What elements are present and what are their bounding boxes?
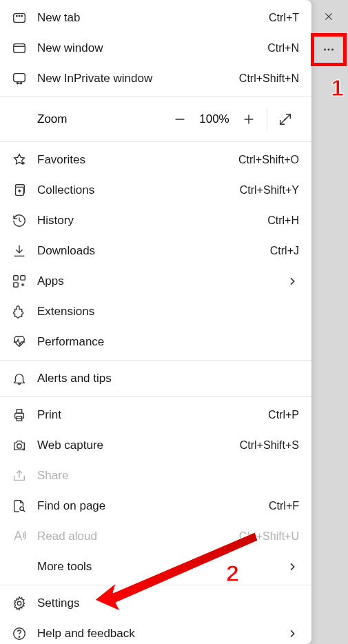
svg-point-38 (328, 49, 330, 51)
svg-rect-19 (14, 276, 18, 280)
menu-item-performance[interactable]: Performance (0, 327, 311, 357)
svg-rect-25 (17, 410, 21, 414)
menu-item-label: Downloads (37, 244, 270, 258)
heartbeat-icon (11, 334, 28, 350)
menu-item-shortcut: Ctrl+J (270, 245, 299, 257)
menu-item-label: Share (37, 469, 299, 483)
chevron-right-icon (285, 628, 299, 639)
menu-item-favorites[interactable]: Favorites Ctrl+Shift+O (0, 145, 311, 175)
annotation-number-1: 1 (331, 74, 344, 101)
svg-point-27 (17, 444, 21, 448)
menu-separator (0, 396, 311, 397)
blank-icon (11, 559, 28, 575)
menu-item-shortcut: Ctrl+Shift+U (239, 530, 299, 543)
bell-icon (11, 370, 28, 387)
chevron-right-icon (285, 561, 299, 572)
menu-item-label: Apps (37, 274, 285, 288)
menu-item-label: Favorites (37, 153, 238, 167)
help-icon (11, 625, 28, 642)
download-icon (11, 243, 28, 259)
menu-item-new-inprivate[interactable]: New InPrivate window Ctrl+Shift+N (0, 63, 311, 94)
fullscreen-button[interactable] (272, 105, 299, 133)
menu-item-shortcut: Ctrl+H (267, 214, 299, 227)
menu-item-label: Find on page (37, 499, 269, 513)
svg-line-30 (23, 510, 25, 512)
more-menu-button[interactable] (315, 37, 342, 62)
menu-item-shortcut: Ctrl+Shift+N (239, 72, 299, 85)
menu-separator (0, 97, 311, 97)
menu-item-alerts[interactable]: Alerts and tips (0, 363, 311, 394)
new-tab-icon (11, 10, 28, 26)
camera-icon (11, 437, 28, 454)
svg-point-37 (324, 49, 326, 51)
menu-item-label: Web capture (37, 439, 240, 452)
menu-item-new-window[interactable]: New window Ctrl+N (0, 33, 311, 63)
menu-separator (0, 585, 311, 585)
menu-item-extensions[interactable]: Extensions (0, 296, 311, 327)
puzzle-icon (11, 303, 28, 320)
menu-item-web-capture[interactable]: Web capture Ctrl+Shift+S (0, 430, 311, 461)
menu-item-label: Print (37, 408, 268, 422)
menu-item-label: New window (37, 41, 267, 55)
read-aloud-icon (11, 528, 28, 545)
svg-point-7 (17, 83, 18, 84)
svg-rect-21 (14, 283, 18, 287)
search-page-icon (11, 498, 28, 514)
zoom-value: 100% (194, 112, 235, 126)
menu-item-settings[interactable]: Settings (0, 588, 311, 618)
close-button[interactable] (315, 4, 342, 29)
menu-item-label: More tools (37, 560, 285, 574)
menu-item-label: Settings (37, 596, 299, 610)
menu-item-shortcut: Ctrl+Shift+O (238, 154, 299, 166)
gear-icon (11, 595, 28, 612)
menu-separator (0, 360, 311, 361)
menu-item-label: Read aloud (37, 530, 239, 543)
zoom-in-button[interactable] (235, 105, 263, 133)
menu-item-label: Extensions (37, 305, 299, 319)
menu-item-shortcut: Ctrl+P (268, 409, 299, 421)
svg-point-32 (17, 601, 21, 605)
zoom-divider (267, 108, 267, 130)
menu-item-label: History (37, 214, 267, 228)
svg-point-3 (21, 16, 22, 17)
apps-icon (11, 273, 28, 290)
menu-item-read-aloud: Read aloud Ctrl+Shift+U (0, 521, 311, 552)
menu-item-more-tools[interactable]: More tools (0, 552, 311, 582)
svg-point-29 (20, 507, 23, 511)
share-icon (11, 467, 28, 484)
menu-item-label: Alerts and tips (37, 372, 299, 385)
print-icon (11, 407, 28, 423)
collections-icon (11, 182, 28, 199)
menu-item-shortcut: Ctrl+F (269, 500, 299, 512)
menu-item-label: Collections (37, 183, 240, 197)
browser-main-menu: New tab Ctrl+T New window Ctrl+N New InP… (0, 0, 311, 644)
svg-rect-6 (14, 74, 25, 82)
svg-rect-0 (14, 14, 25, 23)
menu-item-label: New tab (37, 11, 269, 25)
menu-item-print[interactable]: Print Ctrl+P (0, 400, 311, 430)
menu-item-help[interactable]: Help and feedback (0, 618, 311, 644)
menu-item-label: Help and feedback (37, 627, 285, 641)
inprivate-icon (11, 70, 28, 87)
menu-item-apps[interactable]: Apps (0, 266, 311, 296)
menu-item-new-tab[interactable]: New tab Ctrl+T (0, 3, 311, 33)
menu-separator (0, 141, 311, 142)
svg-point-39 (331, 49, 334, 51)
svg-point-8 (21, 83, 22, 84)
svg-rect-4 (14, 44, 25, 53)
svg-rect-20 (21, 276, 25, 280)
history-icon (11, 212, 28, 229)
menu-item-history[interactable]: History Ctrl+H (0, 205, 311, 236)
menu-item-shortcut: Ctrl+N (267, 42, 299, 54)
chevron-right-icon (285, 276, 299, 287)
new-window-icon (11, 40, 28, 57)
menu-item-label: New InPrivate window (37, 72, 239, 85)
zoom-label: Zoom (37, 112, 166, 126)
svg-point-34 (19, 636, 19, 637)
zoom-out-button[interactable] (166, 105, 194, 133)
zoom-row: Zoom 100% (0, 100, 311, 139)
menu-item-collections[interactable]: Collections Ctrl+Shift+Y (0, 175, 311, 205)
menu-item-find[interactable]: Find on page Ctrl+F (0, 491, 311, 521)
menu-item-downloads[interactable]: Downloads Ctrl+J (0, 236, 311, 266)
menu-item-shortcut: Ctrl+Shift+S (240, 439, 299, 452)
